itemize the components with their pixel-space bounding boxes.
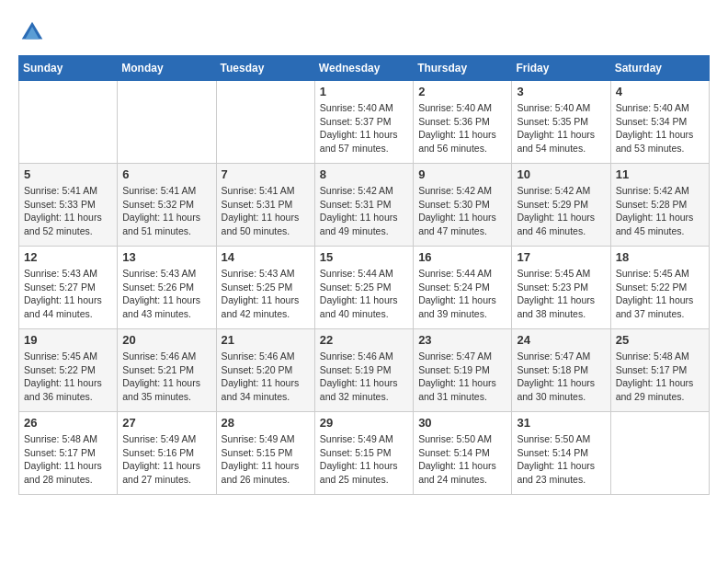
day-number: 13 bbox=[122, 250, 210, 264]
day-number: 27 bbox=[122, 416, 210, 430]
day-number: 26 bbox=[24, 416, 112, 430]
calendar-cell: 19Sunrise: 5:45 AM Sunset: 5:22 PM Dayli… bbox=[19, 329, 118, 412]
day-info: Sunrise: 5:42 AM Sunset: 5:29 PM Dayligh… bbox=[517, 184, 605, 238]
day-number: 19 bbox=[24, 333, 112, 347]
day-number: 18 bbox=[616, 250, 704, 264]
calendar-cell: 7Sunrise: 5:41 AM Sunset: 5:31 PM Daylig… bbox=[216, 164, 314, 247]
day-info: Sunrise: 5:43 AM Sunset: 5:26 PM Dayligh… bbox=[122, 267, 210, 321]
day-number: 2 bbox=[418, 85, 506, 98]
logo-icon bbox=[18, 18, 46, 46]
calendar-cell: 18Sunrise: 5:45 AM Sunset: 5:22 PM Dayli… bbox=[610, 247, 709, 329]
calendar-cell: 5Sunrise: 5:41 AM Sunset: 5:33 PM Daylig… bbox=[19, 164, 118, 247]
day-info: Sunrise: 5:42 AM Sunset: 5:31 PM Dayligh… bbox=[320, 184, 408, 238]
day-number: 8 bbox=[320, 167, 408, 181]
day-number: 31 bbox=[517, 416, 605, 430]
day-info: Sunrise: 5:48 AM Sunset: 5:17 PM Dayligh… bbox=[616, 350, 704, 404]
calendar-cell: 25Sunrise: 5:48 AM Sunset: 5:17 PM Dayli… bbox=[610, 329, 709, 412]
day-info: Sunrise: 5:46 AM Sunset: 5:19 PM Dayligh… bbox=[320, 350, 408, 404]
calendar-cell bbox=[610, 412, 709, 495]
day-number: 1 bbox=[320, 85, 408, 98]
day-number: 22 bbox=[320, 333, 408, 347]
day-number: 20 bbox=[122, 333, 210, 347]
day-info: Sunrise: 5:45 AM Sunset: 5:23 PM Dayligh… bbox=[517, 267, 605, 321]
calendar-cell: 27Sunrise: 5:49 AM Sunset: 5:16 PM Dayli… bbox=[118, 412, 216, 495]
calendar-cell: 11Sunrise: 5:42 AM Sunset: 5:28 PM Dayli… bbox=[610, 164, 709, 247]
calendar-week-row: 19Sunrise: 5:45 AM Sunset: 5:22 PM Dayli… bbox=[19, 329, 710, 412]
calendar-cell: 2Sunrise: 5:40 AM Sunset: 5:36 PM Daylig… bbox=[414, 81, 512, 164]
calendar-cell: 14Sunrise: 5:43 AM Sunset: 5:25 PM Dayli… bbox=[216, 247, 314, 329]
day-info: Sunrise: 5:47 AM Sunset: 5:19 PM Dayligh… bbox=[418, 350, 506, 404]
day-number: 21 bbox=[222, 333, 310, 347]
calendar-cell bbox=[216, 81, 314, 164]
day-info: Sunrise: 5:46 AM Sunset: 5:20 PM Dayligh… bbox=[222, 350, 310, 404]
day-info: Sunrise: 5:50 AM Sunset: 5:14 PM Dayligh… bbox=[418, 432, 506, 487]
day-number: 17 bbox=[517, 250, 605, 264]
day-info: Sunrise: 5:43 AM Sunset: 5:27 PM Dayligh… bbox=[24, 267, 112, 321]
day-info: Sunrise: 5:45 AM Sunset: 5:22 PM Dayligh… bbox=[24, 350, 112, 404]
calendar-cell: 29Sunrise: 5:49 AM Sunset: 5:15 PM Dayli… bbox=[314, 412, 413, 495]
day-number: 15 bbox=[320, 250, 408, 264]
day-info: Sunrise: 5:49 AM Sunset: 5:16 PM Dayligh… bbox=[122, 432, 210, 487]
day-info: Sunrise: 5:40 AM Sunset: 5:37 PM Dayligh… bbox=[320, 101, 408, 155]
page-header bbox=[18, 18, 710, 46]
calendar-cell: 10Sunrise: 5:42 AM Sunset: 5:29 PM Dayli… bbox=[512, 164, 610, 247]
calendar-cell: 13Sunrise: 5:43 AM Sunset: 5:26 PM Dayli… bbox=[118, 247, 216, 329]
calendar-cell: 3Sunrise: 5:40 AM Sunset: 5:35 PM Daylig… bbox=[512, 81, 610, 164]
day-number: 3 bbox=[517, 85, 605, 98]
calendar-week-row: 26Sunrise: 5:48 AM Sunset: 5:17 PM Dayli… bbox=[19, 412, 710, 495]
calendar-cell: 8Sunrise: 5:42 AM Sunset: 5:31 PM Daylig… bbox=[314, 164, 413, 247]
day-number: 14 bbox=[222, 250, 310, 264]
weekday-header: Wednesday bbox=[314, 56, 413, 81]
day-info: Sunrise: 5:47 AM Sunset: 5:18 PM Dayligh… bbox=[517, 350, 605, 404]
calendar-cell: 22Sunrise: 5:46 AM Sunset: 5:19 PM Dayli… bbox=[314, 329, 413, 412]
day-info: Sunrise: 5:48 AM Sunset: 5:17 PM Dayligh… bbox=[24, 432, 112, 487]
calendar-cell: 17Sunrise: 5:45 AM Sunset: 5:23 PM Dayli… bbox=[512, 247, 610, 329]
day-number: 5 bbox=[24, 167, 112, 181]
day-info: Sunrise: 5:42 AM Sunset: 5:28 PM Dayligh… bbox=[616, 184, 704, 238]
day-info: Sunrise: 5:44 AM Sunset: 5:24 PM Dayligh… bbox=[418, 267, 506, 321]
day-number: 12 bbox=[24, 250, 112, 264]
weekday-header: Saturday bbox=[610, 56, 709, 81]
day-info: Sunrise: 5:41 AM Sunset: 5:33 PM Dayligh… bbox=[24, 184, 112, 238]
day-info: Sunrise: 5:40 AM Sunset: 5:36 PM Dayligh… bbox=[418, 101, 506, 155]
calendar-cell: 15Sunrise: 5:44 AM Sunset: 5:25 PM Dayli… bbox=[314, 247, 413, 329]
calendar-cell: 26Sunrise: 5:48 AM Sunset: 5:17 PM Dayli… bbox=[19, 412, 118, 495]
day-number: 24 bbox=[517, 333, 605, 347]
day-info: Sunrise: 5:46 AM Sunset: 5:21 PM Dayligh… bbox=[122, 350, 210, 404]
day-number: 16 bbox=[418, 250, 506, 264]
day-number: 11 bbox=[616, 167, 704, 181]
day-number: 30 bbox=[418, 416, 506, 430]
day-info: Sunrise: 5:44 AM Sunset: 5:25 PM Dayligh… bbox=[320, 267, 408, 321]
day-number: 10 bbox=[517, 167, 605, 181]
day-info: Sunrise: 5:49 AM Sunset: 5:15 PM Dayligh… bbox=[222, 432, 310, 487]
day-info: Sunrise: 5:49 AM Sunset: 5:15 PM Dayligh… bbox=[320, 432, 408, 487]
weekday-header: Monday bbox=[118, 56, 216, 81]
weekday-header: Tuesday bbox=[216, 56, 314, 81]
calendar-cell: 1Sunrise: 5:40 AM Sunset: 5:37 PM Daylig… bbox=[314, 81, 413, 164]
day-info: Sunrise: 5:40 AM Sunset: 5:35 PM Dayligh… bbox=[517, 101, 605, 155]
day-number: 9 bbox=[418, 167, 506, 181]
calendar-cell: 4Sunrise: 5:40 AM Sunset: 5:34 PM Daylig… bbox=[610, 81, 709, 164]
day-number: 23 bbox=[418, 333, 506, 347]
day-number: 28 bbox=[222, 416, 310, 430]
calendar-week-row: 12Sunrise: 5:43 AM Sunset: 5:27 PM Dayli… bbox=[19, 247, 710, 329]
calendar-cell: 12Sunrise: 5:43 AM Sunset: 5:27 PM Dayli… bbox=[19, 247, 118, 329]
weekday-header: Sunday bbox=[19, 56, 118, 81]
weekday-header-row: SundayMondayTuesdayWednesdayThursdayFrid… bbox=[19, 56, 710, 81]
weekday-header: Thursday bbox=[414, 56, 512, 81]
day-number: 25 bbox=[616, 333, 704, 347]
calendar-cell: 9Sunrise: 5:42 AM Sunset: 5:30 PM Daylig… bbox=[414, 164, 512, 247]
calendar-week-row: 1Sunrise: 5:40 AM Sunset: 5:37 PM Daylig… bbox=[19, 81, 710, 164]
day-number: 29 bbox=[320, 416, 408, 430]
weekday-header: Friday bbox=[512, 56, 610, 81]
calendar-cell: 23Sunrise: 5:47 AM Sunset: 5:19 PM Dayli… bbox=[414, 329, 512, 412]
day-number: 4 bbox=[616, 85, 704, 98]
logo bbox=[18, 18, 50, 46]
calendar-table: SundayMondayTuesdayWednesdayThursdayFrid… bbox=[18, 55, 710, 495]
calendar-cell: 31Sunrise: 5:50 AM Sunset: 5:14 PM Dayli… bbox=[512, 412, 610, 495]
day-info: Sunrise: 5:43 AM Sunset: 5:25 PM Dayligh… bbox=[222, 267, 310, 321]
day-info: Sunrise: 5:45 AM Sunset: 5:22 PM Dayligh… bbox=[616, 267, 704, 321]
calendar-cell: 21Sunrise: 5:46 AM Sunset: 5:20 PM Dayli… bbox=[216, 329, 314, 412]
day-info: Sunrise: 5:41 AM Sunset: 5:32 PM Dayligh… bbox=[122, 184, 210, 238]
calendar-cell: 28Sunrise: 5:49 AM Sunset: 5:15 PM Dayli… bbox=[216, 412, 314, 495]
